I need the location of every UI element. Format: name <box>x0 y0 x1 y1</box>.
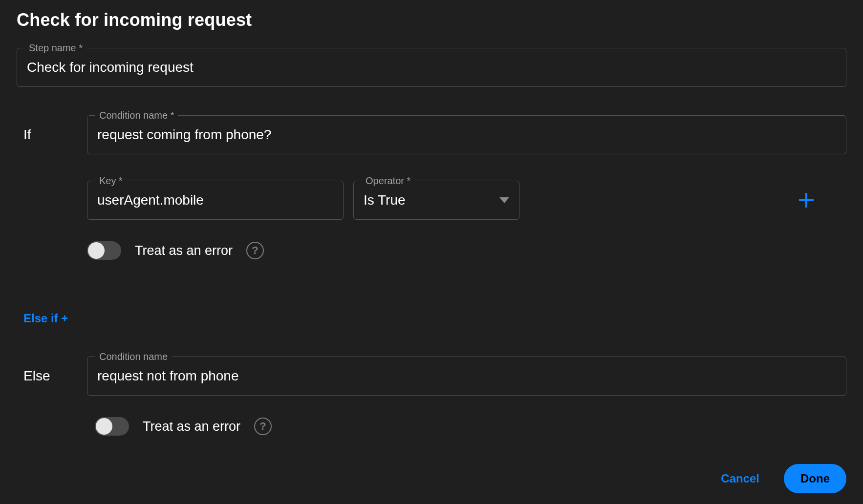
add-else-if-button[interactable]: Else if + <box>23 312 68 325</box>
add-condition-button[interactable] <box>797 190 816 210</box>
done-button[interactable]: Done <box>784 464 846 493</box>
question-icon: ? <box>252 244 258 257</box>
if-condition-name-input[interactable] <box>97 127 836 143</box>
if-treat-as-error-row: Treat as an error ? <box>87 241 846 260</box>
toggle-knob <box>96 418 112 435</box>
step-name-label: Step name * <box>25 42 86 54</box>
svg-marker-0 <box>499 197 509 203</box>
if-operator-field[interactable]: Operator * Is True <box>353 181 519 220</box>
else-treat-as-error-row: Treat as an error ? <box>95 417 846 436</box>
else-condition-name-field[interactable]: Condition name <box>87 357 846 396</box>
panel-title: Check for incoming request <box>17 10 846 30</box>
step-name-input[interactable] <box>27 60 836 75</box>
step-name-field[interactable]: Step name * <box>17 48 846 87</box>
else-treat-as-error-help[interactable]: ? <box>254 418 272 435</box>
else-condition-name-input[interactable] <box>97 368 836 384</box>
if-operator-label: Operator * <box>362 175 414 187</box>
else-treat-as-error-label: Treat as an error <box>143 419 240 434</box>
cancel-button[interactable]: Cancel <box>716 466 764 491</box>
if-treat-as-error-label: Treat as an error <box>135 243 233 258</box>
if-condition-name-label: Condition name * <box>95 109 178 121</box>
chevron-down-icon <box>499 197 509 203</box>
toggle-knob <box>88 242 105 259</box>
plus-icon <box>799 193 814 208</box>
if-label: If <box>17 127 69 143</box>
else-label: Else <box>17 368 69 384</box>
dialog-footer: Cancel Done <box>716 464 846 493</box>
condition-editor-panel: Check for incoming request Step name * I… <box>0 0 863 455</box>
if-row: If Condition name * <box>17 115 846 154</box>
question-icon: ? <box>259 420 266 433</box>
if-treat-as-error-help[interactable]: ? <box>246 242 264 259</box>
if-operator-value: Is True <box>364 192 406 208</box>
svg-rect-2 <box>799 199 814 201</box>
else-condition-name-label: Condition name <box>95 351 172 362</box>
if-condition-name-field[interactable]: Condition name * <box>87 115 846 154</box>
else-treat-as-error-toggle[interactable] <box>95 417 129 436</box>
if-key-label: Key * <box>95 175 127 187</box>
if-key-field[interactable]: Key * <box>87 181 344 220</box>
else-row: Else Condition name <box>17 357 846 396</box>
if-expression-row: Key * Operator * Is True <box>87 181 846 220</box>
if-key-input[interactable] <box>97 192 333 208</box>
if-treat-as-error-toggle[interactable] <box>87 241 121 260</box>
